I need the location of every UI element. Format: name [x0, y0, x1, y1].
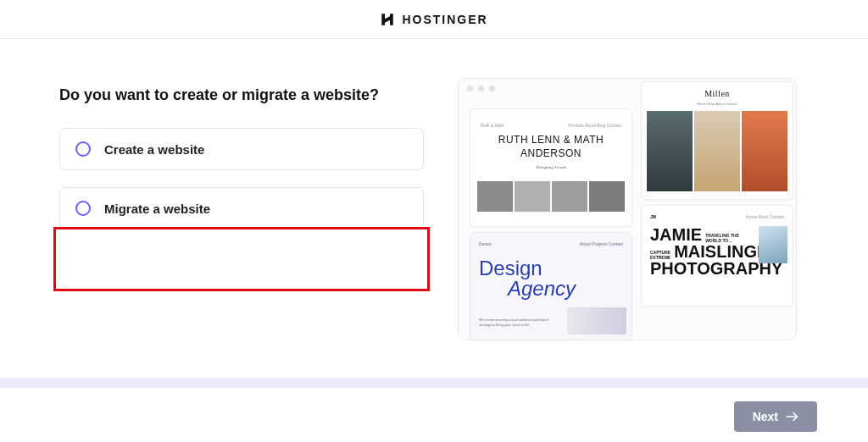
card1-menu-left: Ruth & Math: [481, 123, 504, 128]
card2-title: Millen: [647, 89, 787, 98]
card4-photo: [759, 226, 787, 263]
template-preview-design-agency: Dezeo About Projects Contact Design Agen…: [470, 232, 632, 340]
template-preview-millen: Millen Home Shop About Contact: [641, 81, 793, 200]
hostinger-logo-icon: [380, 12, 395, 27]
card1-title-l2: ANDERSON: [477, 146, 625, 160]
template-preview-ruth-math: Ruth & Math Portfolio About Blog Contact…: [470, 108, 632, 227]
card2-gallery: [647, 111, 787, 191]
card3-menu-left: Dezeo: [479, 241, 491, 246]
card2-menu: Home Shop About Contact: [647, 102, 787, 106]
radio-unchecked-icon: [75, 201, 91, 216]
radio-unchecked-icon: [75, 141, 91, 157]
brand-name: HOSTINGER: [402, 13, 487, 26]
option-migrate-website[interactable]: Migrate a website: [59, 187, 424, 229]
card3-menu-right: About Projects Contact: [580, 241, 623, 246]
onboarding-question: Do you want to create or migrate a websi…: [59, 86, 432, 104]
traffic-lights-icon: [467, 86, 495, 91]
option-create-website[interactable]: Create a website: [59, 128, 424, 170]
card4-w1: JAMIE: [650, 226, 702, 243]
card3-line2: Agency: [508, 279, 576, 299]
arrow-right-icon: [785, 411, 798, 423]
next-button[interactable]: Next: [734, 401, 817, 432]
card3-image: [567, 307, 626, 334]
card4-logo: JM: [650, 214, 656, 219]
template-preview-jamie: JM Home Work Contact JAMIE TRAVELING THE…: [641, 205, 793, 307]
section-divider: [0, 378, 868, 388]
wizard-footer: Next: [0, 391, 868, 442]
app-header: HOSTINGER: [0, 0, 868, 39]
next-button-label: Next: [753, 410, 778, 423]
card3-blurb: We create stunning visual solutions and …: [479, 318, 555, 327]
choice-panel: Do you want to create or migrate a websi…: [59, 86, 432, 357]
option-label: Migrate a website: [104, 202, 210, 216]
card3-line1: Design: [479, 257, 542, 279]
card1-image-strip: [477, 181, 625, 212]
illustration-cluster: Ruth & Math Portfolio About Blog Contact…: [458, 86, 817, 357]
card1-subtitle: Designing Trends: [477, 165, 625, 169]
option-label: Create a website: [104, 142, 204, 157]
main-content: Do you want to create or migrate a websi…: [0, 39, 868, 357]
card1-title-l1: RUTH LENN & MATH: [477, 133, 625, 146]
card4-menu: Home Work Contact: [746, 214, 784, 219]
card1-menu-right: Portfolio About Blog Contact: [568, 123, 621, 128]
